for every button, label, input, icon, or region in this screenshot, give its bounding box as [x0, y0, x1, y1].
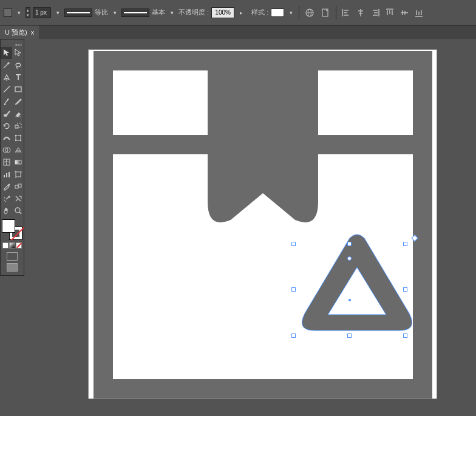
tab-label: U 预览) [5, 28, 27, 37]
fill-stroke-indicator[interactable] [2, 219, 22, 240]
stroke-width-input[interactable] [33, 7, 51, 18]
eraser-tool[interactable] [12, 108, 24, 120]
opacity-input[interactable] [211, 7, 234, 18]
type-tool[interactable] [12, 71, 24, 83]
screen-mode-full[interactable] [7, 263, 18, 272]
rotate-tool[interactable] [1, 120, 12, 132]
svg-rect-21 [8, 172, 10, 177]
shape-builder-tool[interactable] [1, 144, 12, 156]
stroke-profile-preview[interactable] [64, 9, 92, 17]
brush-preview[interactable] [121, 9, 149, 17]
screen-mode-normal[interactable] [7, 252, 18, 261]
align-right-icon[interactable] [369, 7, 381, 19]
brush-dropdown[interactable]: ▾ [168, 9, 176, 17]
svg-rect-5 [15, 87, 21, 92]
pen-tool[interactable] [1, 71, 12, 83]
brush-label: 基本 [152, 8, 165, 17]
fill-swatch[interactable] [4, 9, 12, 17]
rectangle-tool[interactable] [12, 83, 24, 95]
eyedropper-tool[interactable] [1, 180, 12, 193]
svg-point-26 [15, 208, 20, 213]
profile-label: 等比 [95, 8, 108, 17]
svg-rect-24 [18, 184, 21, 187]
artwork [89, 50, 438, 400]
triangle-shape[interactable] [302, 234, 412, 330]
blend-tool[interactable] [12, 180, 24, 193]
column-graph-tool[interactable] [1, 168, 12, 180]
direct-selection-tool[interactable] [12, 47, 24, 59]
style-swatch[interactable] [271, 9, 284, 17]
svg-rect-10 [16, 135, 21, 140]
options-bar: ▾ ▴▾ ▾ 等比 ▾ 基本 ▾ 不透明度 : ▸ 样式 : ▾ [0, 0, 476, 26]
align-bottom-icon[interactable] [413, 7, 425, 19]
svg-point-14 [19, 140, 21, 141]
zoom-tool[interactable] [12, 205, 24, 217]
symbol-sprayer-tool[interactable] [1, 193, 12, 205]
align-hcenter-icon[interactable] [355, 7, 367, 19]
free-transform-tool[interactable] [12, 132, 24, 144]
mesh-tool[interactable] [1, 156, 12, 168]
align-vcenter-icon[interactable] [398, 7, 410, 19]
document-setup-icon[interactable] [319, 6, 332, 19]
color-mode-none[interactable] [16, 242, 22, 248]
svg-point-11 [15, 135, 16, 136]
style-dropdown[interactable]: ▾ [287, 9, 295, 17]
svg-rect-20 [6, 173, 7, 177]
lasso-tool[interactable] [12, 59, 24, 71]
fill-color-swatch[interactable] [2, 219, 15, 233]
svg-point-25 [8, 196, 10, 198]
svg-line-4 [4, 86, 10, 92]
align-top-icon[interactable] [384, 7, 396, 19]
perspective-grid-tool[interactable] [12, 144, 24, 156]
svg-rect-22 [16, 172, 21, 177]
svg-rect-7 [15, 117, 21, 117]
tools-panel: ◂◂× [0, 39, 24, 276]
color-mode-gradient[interactable] [9, 242, 15, 248]
profile-dropdown[interactable]: ▾ [110, 9, 119, 17]
globe-icon[interactable] [303, 6, 316, 19]
opacity-arrow[interactable]: ▸ [237, 9, 245, 17]
canvas-area[interactable] [24, 39, 476, 414]
gradient-tool[interactable] [12, 156, 24, 168]
svg-point-13 [15, 140, 16, 141]
tab-close-icon[interactable]: x [31, 29, 35, 36]
width-tool[interactable] [1, 132, 12, 144]
style-label: 样式 : [251, 8, 268, 17]
document-tab-bar: U 预览) x [0, 26, 476, 39]
svg-rect-23 [15, 185, 18, 188]
align-left-icon[interactable] [340, 7, 352, 19]
hand-tool[interactable] [1, 205, 12, 217]
stroke-spinner[interactable]: ▴▾ [25, 7, 30, 18]
fill-dropdown[interactable]: ▾ [15, 9, 23, 17]
selection-tool[interactable] [1, 47, 12, 59]
svg-point-12 [19, 135, 21, 136]
color-mode-solid[interactable] [2, 242, 8, 248]
stroke-width-dropdown[interactable]: ▾ [53, 9, 62, 17]
artboard-tool[interactable] [12, 168, 24, 180]
svg-line-27 [19, 212, 21, 214]
line-tool[interactable] [1, 83, 12, 95]
svg-rect-18 [15, 160, 21, 164]
tools-panel-header[interactable]: ◂◂× [1, 39, 24, 47]
slice-tool[interactable] [12, 193, 24, 205]
svg-rect-19 [4, 175, 5, 177]
pencil-tool[interactable] [12, 95, 24, 108]
blob-brush-tool[interactable] [1, 108, 12, 120]
magic-wand-tool[interactable] [1, 59, 12, 71]
scale-tool[interactable] [12, 120, 24, 132]
paintbrush-tool[interactable] [1, 95, 12, 108]
document-tab[interactable]: U 预览) x [0, 26, 39, 39]
opacity-label: 不透明度 : [178, 8, 209, 17]
artboard[interactable] [88, 49, 437, 399]
